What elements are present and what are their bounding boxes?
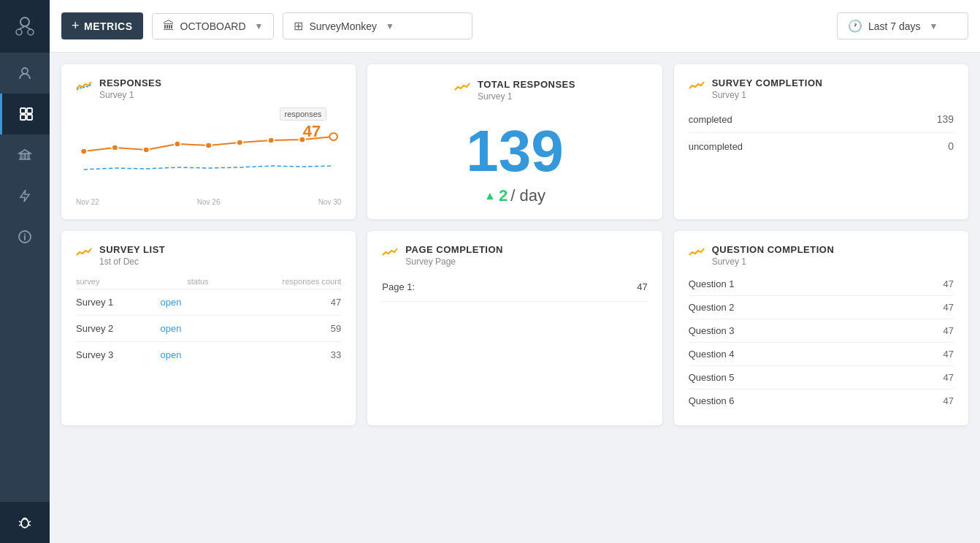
per-day-label: / day — [510, 186, 545, 205]
survey-status-1: open — [161, 289, 209, 316]
total-number: 139 — [466, 122, 563, 181]
col-count: responses count — [209, 274, 342, 289]
octoboard-dropdown[interactable]: 🏛 OCTOBOARD ▼ — [152, 13, 275, 39]
svg-point-27 — [237, 140, 243, 145]
svg-point-5 — [22, 68, 28, 74]
svg-point-16 — [24, 234, 26, 235]
survey-name-2: Survey 2 — [76, 316, 161, 342]
completion-title-block: SURVEY COMPLETION Survey 1 — [712, 77, 823, 100]
survey-table: survey status responses count Survey 1 o… — [76, 274, 341, 368]
sidebar-item-bank[interactable] — [0, 134, 50, 175]
col-survey: survey — [76, 274, 161, 289]
survey-name-3: Survey 3 — [76, 342, 161, 368]
add-metrics-button[interactable]: + METRICS — [61, 12, 143, 39]
page-completion-title-block: PAGE COMPLETION Survey Page — [405, 244, 503, 267]
survey-list-title-block: SURVEY LIST 1st of Dec — [99, 244, 165, 267]
svg-point-0 — [20, 18, 29, 26]
svg-rect-10 — [20, 153, 22, 159]
surveymonkey-icon: ⊞ — [294, 19, 303, 33]
time-range-label: Last 7 days — [868, 20, 921, 32]
question-label-1: Question 1 — [689, 278, 735, 289]
surveymonkey-arrow-icon: ▼ — [386, 21, 394, 31]
svg-point-24 — [143, 147, 150, 153]
completion-card-header: SURVEY COMPLETION Survey 1 — [689, 77, 954, 100]
question-value-1: 47 — [943, 278, 954, 289]
responses-subtitle: Survey 1 — [99, 90, 161, 100]
responses-card-header: RESPONSES Survey 1 — [76, 77, 341, 100]
chart-value: 47 — [303, 122, 321, 141]
question-completion-title: QUESTION COMPLETION — [712, 244, 835, 255]
svg-point-23 — [112, 145, 118, 151]
time-range-dropdown[interactable]: 🕐 Last 7 days ▼ — [837, 12, 968, 39]
metrics-label: METRICS — [84, 20, 133, 32]
survey-list-icon — [76, 246, 92, 261]
svg-point-22 — [80, 148, 87, 154]
arrow-up-icon: ▲ — [484, 189, 496, 202]
sidebar-item-dashboard[interactable] — [0, 94, 50, 134]
octoboard-icon: 🏛 — [163, 20, 175, 33]
question-row-6: Question 6 47 — [689, 390, 954, 412]
question-row-1: Question 1 47 — [689, 273, 954, 296]
chart-tooltip: responses — [280, 107, 327, 121]
svg-point-2 — [28, 29, 34, 35]
completion-trend-icon — [689, 79, 705, 94]
survey-list-header: SURVEY LIST 1st of Dec — [76, 244, 341, 267]
question-row-4: Question 4 47 — [689, 343, 954, 366]
page-label-1: Page 1: — [382, 281, 415, 292]
svg-rect-7 — [27, 108, 32, 113]
page-completion-title: PAGE COMPLETION — [405, 244, 503, 255]
question-label-3: Question 3 — [689, 325, 735, 336]
survey-count-3: 33 — [209, 342, 342, 368]
question-completion-header: QUESTION COMPLETION Survey 1 — [689, 244, 954, 267]
table-row: Survey 2 open 59 — [76, 316, 341, 342]
question-completion-subtitle: Survey 1 — [712, 257, 835, 267]
plus-icon: + — [72, 18, 80, 34]
total-title: TOTAL RESPONSES — [478, 79, 575, 90]
question-row-5: Question 5 47 — [689, 366, 954, 390]
octoboard-label: OCTOBOARD — [180, 20, 246, 32]
page-completion-card: PAGE COMPLETION Survey Page Page 1: 47 — [367, 231, 662, 425]
question-value-3: 47 — [943, 325, 954, 336]
question-completion-icon — [689, 246, 705, 261]
total-title-block: TOTAL RESPONSES Survey 1 — [478, 79, 575, 102]
sidebar-item-info[interactable] — [0, 216, 50, 257]
content-grid: RESPONSES Survey 1 responses 47 — [50, 53, 980, 543]
per-day-number: 2 — [499, 186, 508, 205]
completion-row-uncompleted: uncompleted 0 — [689, 133, 954, 159]
responses-title-block: RESPONSES Survey 1 — [99, 77, 161, 100]
completed-value: 139 — [937, 113, 954, 125]
svg-rect-11 — [24, 153, 26, 159]
svg-point-25 — [175, 141, 181, 147]
page-value-1: 47 — [637, 281, 647, 292]
question-row-3: Question 3 47 — [689, 319, 954, 343]
svg-line-19 — [19, 525, 21, 525]
date-end: Nov 30 — [318, 198, 342, 206]
svg-point-26 — [205, 143, 212, 148]
survey-list-title: SURVEY LIST — [99, 244, 165, 255]
sidebar-item-bug[interactable] — [0, 502, 50, 543]
survey-status-2: open — [161, 316, 209, 342]
surveymonkey-dropdown[interactable]: ⊞ SurveyMonkey ▼ — [283, 12, 472, 39]
main-area: + METRICS 🏛 OCTOBOARD ▼ ⊞ SurveyMonkey ▼… — [50, 0, 980, 543]
svg-point-28 — [268, 137, 275, 143]
survey-status-3: open — [161, 342, 209, 368]
svg-point-30 — [329, 133, 337, 140]
uncompleted-value: 0 — [948, 140, 954, 152]
sidebar-item-user[interactable] — [0, 53, 50, 94]
total-responses-card: TOTAL RESPONSES Survey 1 139 ▲ 2 / day — [367, 64, 662, 219]
svg-rect-9 — [27, 115, 32, 120]
svg-point-1 — [16, 29, 22, 35]
responses-chart: responses 47 — [76, 107, 341, 195]
sidebar-item-lightning[interactable] — [0, 175, 50, 216]
tooltip-label: responses — [285, 110, 322, 118]
survey-name-1: Survey 1 — [76, 289, 161, 316]
total-per-day: ▲ 2 / day — [484, 186, 545, 205]
uncompleted-label: uncompleted — [689, 141, 743, 152]
completion-subtitle: Survey 1 — [712, 90, 823, 100]
responses-card: RESPONSES Survey 1 responses 47 — [61, 64, 356, 219]
topbar: + METRICS 🏛 OCTOBOARD ▼ ⊞ SurveyMonkey ▼… — [50, 0, 980, 53]
total-trend-icon — [454, 80, 470, 96]
page-completion-header: PAGE COMPLETION Survey Page — [382, 244, 647, 267]
table-row: Survey 3 open 33 — [76, 342, 341, 368]
svg-rect-12 — [28, 153, 29, 159]
